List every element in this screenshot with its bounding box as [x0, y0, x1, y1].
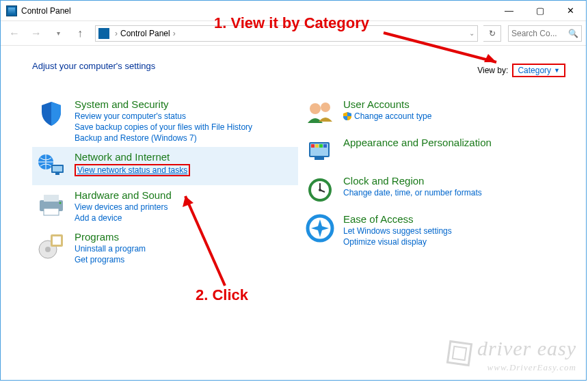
- content-area: Adjust your computer's settings View by:…: [1, 46, 586, 379]
- search-input[interactable]: Search Co... 🔍: [508, 25, 582, 42]
- svg-point-7: [59, 202, 62, 204]
- watermark-icon: [446, 340, 472, 366]
- ease-of-access-icon: [305, 213, 335, 243]
- close-button[interactable]: ✕: [555, 1, 586, 21]
- link-review-status[interactable]: Review your computer's status: [75, 111, 252, 121]
- svg-point-9: [45, 247, 51, 252]
- network-icon: [36, 151, 66, 181]
- svg-line-27: [185, 196, 225, 286]
- annotation-arrow-2: [177, 187, 259, 289]
- svg-line-25: [384, 33, 496, 62]
- svg-rect-11: [53, 236, 61, 245]
- category-ease-of-access: Ease of Access Let Windows suggest setti…: [301, 209, 567, 251]
- svg-rect-19: [319, 144, 323, 148]
- category-clock-region: Clock and Region Change date, time, or n…: [301, 171, 567, 209]
- recent-locations-button[interactable]: ▾: [49, 24, 68, 43]
- category-user-accounts: User Accounts Change account type: [301, 94, 567, 133]
- svg-point-12: [310, 103, 321, 114]
- svg-rect-18: [315, 144, 319, 148]
- right-column: User Accounts Change account type Appear…: [298, 94, 567, 269]
- link-date-time-formats[interactable]: Change date, time, or number formats: [343, 188, 482, 197]
- svg-rect-6: [44, 208, 59, 215]
- svg-rect-20: [323, 144, 327, 148]
- user-accounts-icon: [305, 98, 335, 128]
- category-title[interactable]: Appearance and Personalization: [343, 137, 492, 148]
- window-buttons: — ▢ ✕: [494, 1, 586, 21]
- window-title: Control Panel: [21, 6, 71, 16]
- link-backup-restore[interactable]: Backup and Restore (Windows 7): [75, 133, 252, 143]
- category-title[interactable]: User Accounts: [343, 98, 431, 110]
- appearance-icon: [305, 137, 335, 167]
- view-by-value: Category: [518, 66, 551, 75]
- svg-rect-2: [53, 166, 62, 172]
- category-title[interactable]: Clock and Region: [343, 175, 482, 187]
- link-suggest-settings[interactable]: Let Windows suggest settings: [343, 226, 452, 236]
- shield-icon: [36, 98, 66, 128]
- link-get-programs[interactable]: Get programs: [75, 255, 146, 264]
- category-network-internet: Network and Internet View network status…: [32, 147, 298, 185]
- watermark-brand: driver easy: [477, 337, 576, 359]
- view-by-dropdown[interactable]: Category ▼: [512, 64, 565, 77]
- back-button[interactable]: ←: [5, 24, 24, 43]
- link-network-status-tasks[interactable]: View network status and tasks: [75, 164, 190, 176]
- chevron-right-icon: ›: [115, 29, 118, 38]
- category-title[interactable]: System and Security: [75, 98, 252, 110]
- uac-shield-icon: [343, 112, 351, 120]
- clock-icon: [305, 175, 335, 205]
- chevron-down-icon: ▼: [554, 67, 560, 74]
- chevron-right-icon: ›: [173, 29, 176, 38]
- printer-icon: [36, 189, 66, 219]
- category-system-security: System and Security Review your computer…: [32, 94, 298, 147]
- link-file-history[interactable]: Save backup copies of your files with Fi…: [75, 122, 252, 132]
- category-title[interactable]: Hardware and Sound: [75, 189, 172, 201]
- annotation-step1: 1. View it by Category: [214, 14, 369, 32]
- annotation-arrow-1: [380, 29, 517, 70]
- link-change-account-type[interactable]: Change account type: [354, 111, 431, 121]
- up-button[interactable]: ↑: [70, 24, 90, 43]
- svg-rect-5: [44, 195, 59, 202]
- search-icon: 🔍: [568, 29, 578, 38]
- svg-rect-16: [315, 157, 324, 160]
- programs-icon: [36, 231, 66, 261]
- svg-rect-3: [55, 173, 59, 175]
- forward-button[interactable]: →: [27, 24, 46, 43]
- svg-rect-17: [311, 144, 315, 148]
- category-appearance-personalization: Appearance and Personalization: [301, 133, 567, 171]
- svg-point-23: [319, 189, 321, 191]
- control-panel-icon: [6, 5, 17, 16]
- window: Control Panel — ▢ ✕ ← → ▾ ↑ › Control Pa…: [0, 0, 587, 381]
- search-placeholder: Search Co...: [511, 29, 557, 38]
- minimize-button[interactable]: —: [494, 1, 524, 21]
- watermark: driver easy www.DriverEasy.com: [448, 337, 576, 373]
- link-uninstall-program[interactable]: Uninstall a program: [75, 244, 146, 254]
- svg-point-13: [321, 103, 330, 112]
- link-devices-printers[interactable]: View devices and printers: [75, 202, 172, 212]
- category-title[interactable]: Ease of Access: [343, 213, 452, 225]
- link-add-device[interactable]: Add a device: [75, 213, 172, 223]
- address-icon: [98, 28, 109, 39]
- link-optimize-display[interactable]: Optimize visual display: [343, 237, 452, 247]
- category-title[interactable]: Network and Internet: [75, 151, 190, 163]
- maximize-button[interactable]: ▢: [524, 1, 555, 21]
- breadcrumb[interactable]: Control Panel: [120, 29, 170, 38]
- category-title[interactable]: Programs: [75, 231, 146, 243]
